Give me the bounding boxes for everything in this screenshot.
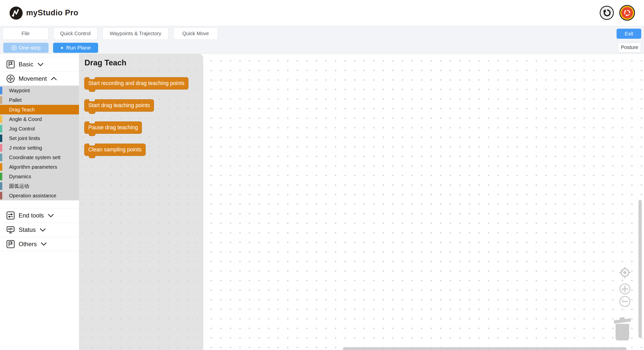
zoom-in-button[interactable]	[619, 283, 630, 294]
block-label: Start recording and drag teaching points	[88, 80, 184, 86]
toolbox-item-algorithm-parameters[interactable]: Algorithm parameters	[0, 162, 79, 172]
toolbox-item-jog-control[interactable]: Jog Control	[0, 124, 79, 134]
file-button[interactable]: File	[3, 27, 49, 40]
block-label: Clean sampling points	[88, 147, 142, 153]
category-color-chip	[0, 135, 2, 142]
category-color-chip	[0, 154, 2, 161]
category-color-chip	[0, 106, 2, 113]
toolbox-category-movement[interactable]: Movement	[0, 71, 79, 86]
item-label: Dynamics	[9, 174, 31, 180]
item-label: Coordinate system sett	[9, 155, 61, 160]
category-color-chip	[0, 182, 2, 190]
item-label: Set joint limits	[9, 136, 40, 141]
category-color-chip	[0, 96, 2, 104]
toolbox-item-waypoint[interactable]: Waypoint	[0, 86, 79, 95]
zoom-out-button[interactable]	[619, 296, 630, 307]
rotate-arrows-icon	[623, 8, 632, 17]
block-start-drag-teaching-points[interactable]: Start drag teaching points	[84, 99, 154, 112]
block-pause-drag-teaching[interactable]: Pause drag teaching	[84, 121, 142, 134]
flyout-title: Drag Teach	[85, 58, 127, 67]
item-label: J motor setting	[9, 145, 42, 151]
toolbox-item-j-motor-setting[interactable]: J motor setting	[0, 143, 79, 153]
toolbox-category-others[interactable]: Others	[0, 237, 79, 251]
run-plane-button[interactable]: Run Plane	[53, 43, 98, 53]
play-icon	[60, 46, 64, 50]
play-circle-icon	[11, 45, 17, 51]
chevron-down-icon	[37, 63, 44, 66]
item-label: Jog Control	[9, 126, 35, 132]
undo-button[interactable]	[600, 6, 614, 20]
category-color-chip	[0, 125, 2, 133]
category-color-chip	[0, 192, 2, 199]
category-label: End tools	[19, 212, 44, 219]
toolbox-category-basic[interactable]: Basic	[0, 57, 79, 71]
toolbox-item-圆弧运动[interactable]: 圆弧运动	[0, 181, 79, 191]
category-label: Basic	[19, 61, 33, 68]
app-header: myStudio Pro	[0, 0, 644, 26]
chevron-down-icon	[41, 242, 47, 246]
one-step-button[interactable]: One-step	[3, 43, 49, 53]
category-color-chip	[0, 87, 2, 94]
item-label: Operation assistance	[9, 193, 56, 199]
toolbox-sidebar: BasicMovement WaypointPalletDrag TeachAn…	[0, 54, 79, 350]
trash-icon[interactable]	[613, 315, 632, 341]
exit-button[interactable]: Exit	[617, 29, 641, 39]
toolbox-item-angle-coord[interactable]: Angle & Coord	[0, 114, 79, 124]
toolbox-item-pallet[interactable]: Pallet	[0, 95, 79, 105]
block-label: Start drag teaching points	[88, 102, 150, 108]
category-color-chip	[0, 144, 2, 152]
toolbox-item-operation-assistance[interactable]: Operation assistance	[0, 191, 79, 200]
item-label: Pallet	[9, 97, 22, 103]
app-title: myStudio Pro	[26, 8, 78, 17]
item-label: Algorithm parameters	[9, 164, 57, 170]
category-label: Status	[19, 226, 36, 233]
toolbox-flyout: Drag Teach Start recording and drag teac…	[79, 54, 203, 350]
quick-control-button[interactable]: Quick Control	[53, 27, 97, 40]
block-start-recording-and-drag-teaching-points[interactable]: Start recording and drag teaching points	[84, 77, 188, 90]
posture-button[interactable]: Posture	[618, 42, 641, 53]
emergency-stop-button[interactable]	[619, 5, 635, 21]
item-label: Angle & Coord	[9, 116, 42, 122]
movement-icon	[6, 74, 15, 83]
status-icon	[6, 225, 15, 234]
category-label: Others	[19, 241, 37, 248]
block-clean-sampling-points[interactable]: Clean sampling points	[84, 144, 146, 156]
flag-icon	[6, 240, 15, 249]
category-label: Movement	[19, 75, 47, 82]
category-color-chip	[0, 173, 2, 180]
flyout-grid	[79, 54, 203, 350]
toolbar-band: File Quick Control Waypoints & Trajector…	[0, 26, 644, 54]
horizontal-scrollbar[interactable]	[343, 347, 627, 350]
chevron-down-icon	[40, 228, 46, 232]
chevron-up-icon	[51, 77, 57, 80]
waypoints-trajectory-button[interactable]: Waypoints & Trajectory	[102, 27, 169, 40]
item-label: Waypoint	[9, 88, 30, 94]
toolbox-category-end-tools[interactable]: End tools	[0, 208, 79, 223]
block-label: Pause drag teaching	[88, 124, 138, 130]
chevron-down-icon	[48, 214, 54, 217]
toolbox-item-coordinate-system-sett[interactable]: Coordinate system sett	[0, 153, 79, 162]
zoom-to-fit-button[interactable]	[619, 267, 631, 279]
category-color-chip	[0, 163, 2, 171]
workspace-area: Drag Teach Start recording and drag teac…	[0, 54, 644, 350]
toolbox-item-dynamics[interactable]: Dynamics	[0, 172, 79, 181]
item-label: 圆弧运动	[9, 183, 29, 190]
end-tools-icon	[6, 211, 15, 220]
toolbox-category-status[interactable]: Status	[0, 223, 79, 237]
app-logo-icon	[10, 7, 23, 20]
quick-move-button[interactable]: Quick Move	[173, 27, 218, 40]
category-color-chip	[0, 115, 2, 123]
item-label: Drag Teach	[9, 107, 35, 113]
vertical-scrollbar[interactable]	[638, 200, 642, 338]
toolbox-item-drag-teach[interactable]: Drag Teach	[0, 105, 79, 114]
flag-icon	[6, 60, 15, 69]
toolbox-item-set-joint-limits[interactable]: Set joint limits	[0, 134, 79, 143]
